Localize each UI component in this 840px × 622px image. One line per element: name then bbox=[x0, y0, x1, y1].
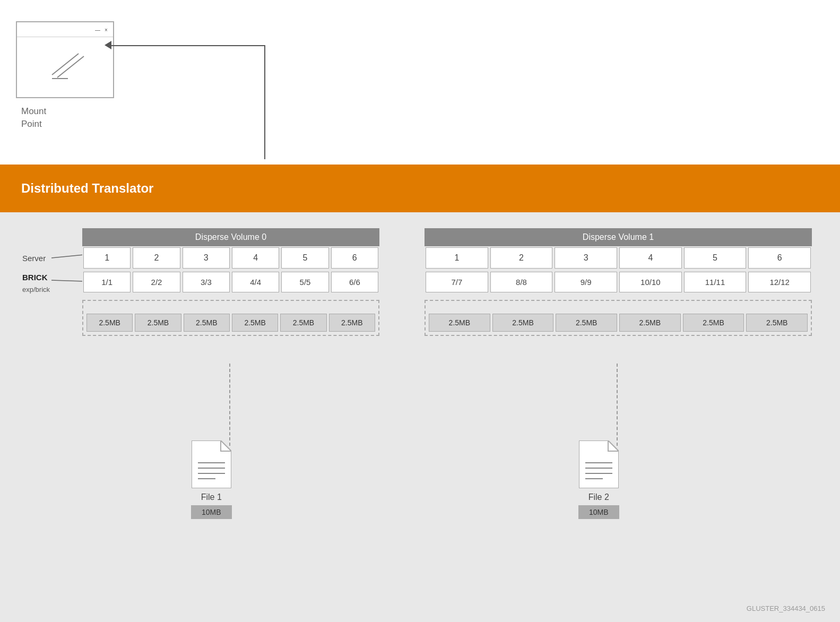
screen-graphic bbox=[49, 51, 86, 80]
server-cell-0-6: 6 bbox=[331, 247, 378, 269]
volume-1-server-row: 1 2 3 4 5 6 bbox=[425, 246, 812, 270]
orange-banner: Distributed Translator bbox=[0, 165, 840, 212]
volume-1-header: Disperse Volume 1 bbox=[425, 228, 812, 246]
svg-line-3 bbox=[51, 255, 84, 258]
window-lines bbox=[49, 51, 81, 80]
brick-cell-0-2: 2/2 bbox=[133, 272, 180, 292]
brick-cell-0-5: 5/5 bbox=[281, 272, 328, 292]
banner-title: Distributed Translator bbox=[21, 181, 153, 196]
server-cell-0-5: 5 bbox=[281, 247, 328, 269]
server-cell-0-4: 4 bbox=[232, 247, 279, 269]
server-cell-1-1: 1 bbox=[426, 247, 488, 269]
brick-cell-1-4: 10/10 bbox=[619, 272, 682, 292]
size-cell-1-2: 2.5MB bbox=[492, 314, 554, 332]
size-cell-0-6: 2.5MB bbox=[329, 314, 375, 332]
size-cell-1-5: 2.5MB bbox=[683, 314, 744, 332]
top-section: — × Mount Point bbox=[0, 0, 840, 165]
server-cell-1-5: 5 bbox=[684, 247, 747, 269]
volume-0-dashed-group: 2.5MB 2.5MB 2.5MB 2.5MB 2.5MB 2.5MB bbox=[82, 300, 379, 336]
size-cell-0-3: 2.5MB bbox=[184, 314, 230, 332]
arrow-vertical bbox=[264, 45, 265, 159]
brick-cell-0-3: 3/3 bbox=[183, 272, 230, 292]
brick-label: BRICK bbox=[22, 273, 48, 282]
server-cell-1-6: 6 bbox=[748, 247, 811, 269]
file-1-size: 10MB bbox=[191, 505, 232, 519]
size-cell-0-4: 2.5MB bbox=[232, 314, 278, 332]
svg-line-4 bbox=[51, 280, 84, 281]
size-cell-1-6: 2.5MB bbox=[746, 314, 808, 332]
volume-1-container: Disperse Volume 1 1 2 3 4 5 6 7/7 8/8 9/… bbox=[425, 228, 812, 336]
size-cell-0-2: 2.5MB bbox=[135, 314, 181, 332]
server-label: Server bbox=[22, 254, 46, 263]
diagram-area: Server BRICK exp/brick Disperse Volume 0… bbox=[0, 212, 840, 622]
file-2-icon bbox=[579, 440, 619, 488]
arrow-horizontal bbox=[111, 45, 265, 46]
brick-cell-0-1: 1/1 bbox=[83, 272, 131, 292]
window-titlebar: — × bbox=[17, 22, 113, 37]
brick-cell-1-1: 7/7 bbox=[426, 272, 488, 292]
close-icon: × bbox=[105, 27, 110, 32]
volume-0-size-row: 2.5MB 2.5MB 2.5MB 2.5MB 2.5MB 2.5MB bbox=[85, 313, 376, 333]
mount-point-label: Mount Point bbox=[21, 105, 46, 131]
svg-marker-10 bbox=[579, 440, 619, 488]
size-cell-1-1: 2.5MB bbox=[429, 314, 490, 332]
file-1-label: File 1 bbox=[201, 493, 222, 502]
volume-0-brick-row: 1/1 2/2 3/3 4/4 5/5 6/6 bbox=[82, 271, 379, 293]
file-2-label: File 2 bbox=[588, 493, 609, 502]
watermark: GLUSTER_334434_0615 bbox=[747, 604, 825, 612]
file-1-icon bbox=[192, 440, 231, 488]
arrow-head bbox=[105, 41, 111, 49]
brick-cell-0-4: 4/4 bbox=[232, 272, 279, 292]
server-cell-0-3: 3 bbox=[183, 247, 230, 269]
volume-0-container: Disperse Volume 0 1 2 3 4 5 6 1/1 2/2 3/… bbox=[82, 228, 379, 336]
size-cell-1-3: 2.5MB bbox=[556, 314, 617, 332]
volume-1-dashed-group: 2.5MB 2.5MB 2.5MB 2.5MB 2.5MB 2.5MB bbox=[425, 300, 812, 336]
volume-1-size-row: 2.5MB 2.5MB 2.5MB 2.5MB 2.5MB 2.5MB bbox=[428, 313, 809, 333]
volume-0-header: Disperse Volume 0 bbox=[82, 228, 379, 246]
connector-volume1 bbox=[617, 364, 618, 446]
mount-label-line1: Mount bbox=[21, 106, 46, 116]
volume-0-server-row: 1 2 3 4 5 6 bbox=[82, 246, 379, 270]
window-content bbox=[17, 37, 113, 97]
file-2-container: File 2 10MB bbox=[578, 440, 619, 519]
file-2-size: 10MB bbox=[578, 505, 619, 519]
file-1-container: File 1 10MB bbox=[191, 440, 232, 519]
mount-point-window: — × bbox=[16, 21, 114, 98]
size-cell-1-4: 2.5MB bbox=[619, 314, 681, 332]
brick-cell-1-6: 12/12 bbox=[748, 272, 811, 292]
size-cell-0-5: 2.5MB bbox=[280, 314, 326, 332]
brick-cell-1-5: 11/11 bbox=[684, 272, 747, 292]
mount-label-line2: Point bbox=[21, 119, 42, 129]
connector-volume0 bbox=[229, 364, 230, 446]
server-cell-1-2: 2 bbox=[490, 247, 553, 269]
brick-cell-1-3: 9/9 bbox=[555, 272, 617, 292]
brick-cell-0-6: 6/6 bbox=[331, 272, 378, 292]
svg-marker-5 bbox=[192, 440, 231, 488]
exp-brick-label: exp/brick bbox=[22, 286, 50, 293]
server-cell-0-2: 2 bbox=[133, 247, 180, 269]
size-cell-0-1: 2.5MB bbox=[86, 314, 133, 332]
server-cell-0-1: 1 bbox=[83, 247, 131, 269]
server-cell-1-3: 3 bbox=[555, 247, 617, 269]
brick-cell-1-2: 8/8 bbox=[490, 272, 553, 292]
volume-1-brick-row: 7/7 8/8 9/9 10/10 11/11 12/12 bbox=[425, 271, 812, 293]
server-cell-1-4: 4 bbox=[619, 247, 682, 269]
minimize-icon: — bbox=[95, 27, 100, 32]
